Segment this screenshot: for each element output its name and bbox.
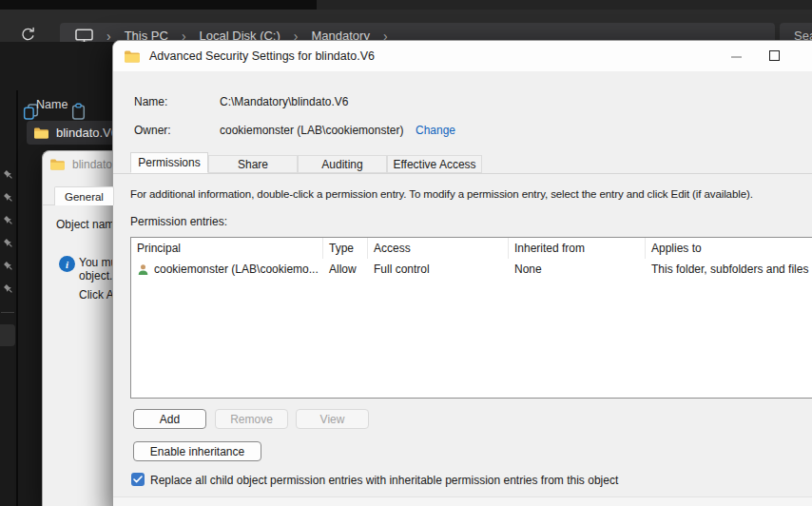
pin-icon[interactable]: [3, 282, 14, 293]
pin-icon[interactable]: [3, 236, 14, 247]
cell-principal: cookiemonster (LAB\cookiemo...: [154, 263, 319, 276]
refresh-icon: [20, 27, 36, 43]
change-owner-link[interactable]: Change: [416, 124, 455, 137]
paste-button[interactable]: [68, 102, 87, 121]
nav-pane-divider[interactable]: [16, 90, 18, 506]
breadcrumb-chevron-icon: ›: [106, 29, 111, 43]
column-header-inherited-from[interactable]: Inherited from: [509, 238, 646, 259]
folder-icon: [34, 126, 48, 140]
pin-icon[interactable]: [3, 167, 14, 179]
object-name-label: Object name: [56, 218, 121, 231]
pin-icon[interactable]: [3, 190, 14, 202]
cell-access: Full control: [368, 259, 509, 280]
column-header-applies-to[interactable]: Applies to: [646, 238, 812, 259]
maximize-button[interactable]: [769, 50, 780, 61]
dialog-title-bar[interactable]: Advanced Security Settings for blindato.…: [113, 41, 812, 71]
owner-value: cookiemonster (LAB\cookiemonster): [220, 124, 403, 137]
tab-effective-access[interactable]: Effective Access: [387, 155, 482, 173]
add-button[interactable]: Add: [133, 409, 206, 429]
nav-rail-selected-item[interactable]: [0, 324, 15, 346]
cell-inherited-from: None: [509, 259, 646, 280]
tab-permissions[interactable]: Permissions: [130, 152, 208, 173]
user-icon: [137, 263, 149, 276]
table-header-row: Principal Type Access Inherited from App…: [131, 238, 812, 259]
column-header-principal[interactable]: Principal: [131, 238, 323, 259]
dialog-footer: [113, 496, 812, 506]
enable-inheritance-button[interactable]: Enable inheritance: [133, 441, 261, 461]
instruction-text: For additional information, double-click…: [130, 188, 753, 200]
paste-icon: [69, 103, 87, 121]
permission-entries-label: Permission entries:: [130, 215, 227, 228]
table-row[interactable]: cookiemonster (LAB\cookiemo... Allow Ful…: [131, 259, 812, 280]
minimize-icon: [731, 56, 742, 58]
info-icon: i: [59, 256, 75, 272]
replace-child-permissions-label: Replace all child object permission entr…: [150, 474, 618, 487]
screen: › This PC › Local Disk (C:) › Mandatory …: [0, 0, 812, 506]
dialog-title: Advanced Security Settings for blindato.…: [149, 49, 375, 63]
name-value: C:\Mandatory\blindato.V6: [220, 95, 348, 108]
column-header-access[interactable]: Access: [368, 238, 509, 259]
nav-rail-divider: [1, 312, 14, 313]
pin-icon[interactable]: [3, 259, 14, 270]
advanced-security-settings-dialog: Advanced Security Settings for blindato.…: [112, 40, 812, 506]
folder-icon: [50, 159, 65, 170]
permission-entries-table[interactable]: Principal Type Access Inherited from App…: [130, 237, 812, 399]
name-label: Name:: [134, 95, 167, 108]
view-button[interactable]: View: [296, 409, 369, 429]
tab-general[interactable]: General: [54, 186, 114, 205]
folder-icon: [125, 50, 140, 63]
replace-child-permissions-checkbox[interactable]: [131, 473, 145, 486]
cell-applies-to: This folder, subfolders and files: [646, 259, 812, 280]
explorer-address-bar: › This PC › Local Disk (C:) › Mandatory …: [0, 10, 812, 42]
checkmark-icon: [133, 476, 143, 483]
tab-auditing[interactable]: Auditing: [298, 155, 387, 173]
name-column-header[interactable]: Name: [36, 98, 68, 111]
info-text-line2: object.: [79, 269, 112, 282]
column-header-type[interactable]: Type: [323, 238, 368, 259]
remove-button[interactable]: Remove: [215, 409, 288, 429]
pin-icon[interactable]: [3, 213, 14, 224]
tab-share[interactable]: Share: [208, 155, 298, 173]
explorer-top-strip-edge: [317, 0, 812, 10]
owner-label: Owner:: [134, 124, 171, 137]
folder-name: blindato.V6: [56, 126, 118, 140]
cell-type: Allow: [323, 259, 368, 280]
folder-row-selected[interactable]: blindato.V6: [27, 121, 118, 145]
dialog-tab-strip: Permissions Share Auditing Effective Acc…: [113, 154, 812, 174]
